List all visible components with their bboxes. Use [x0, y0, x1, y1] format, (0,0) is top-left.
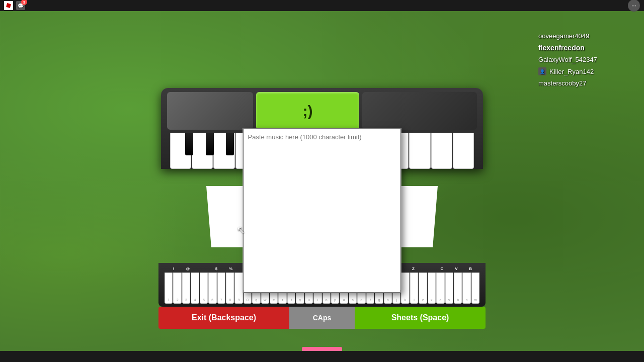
black-key-label: % — [224, 265, 237, 272]
notif-count: 3 — [21, 0, 27, 5]
top-bar: 💬 3 ··· — [0, 0, 644, 11]
bottom-white-key[interactable]: 4 — [191, 273, 199, 304]
black-key[interactable] — [226, 133, 234, 155]
white-key[interactable] — [453, 133, 474, 169]
bottom-white-key[interactable]: n — [462, 273, 470, 304]
player-crown-icon: 👤 — [538, 67, 546, 75]
bottom-white-key[interactable]: x — [428, 273, 436, 304]
white-key[interactable] — [409, 133, 430, 169]
bottom-white-key[interactable]: 7 — [217, 273, 225, 304]
player-item: masterscooby27 — [533, 77, 644, 89]
bottom-bar — [0, 351, 644, 362]
bottom-white-key[interactable]: v — [445, 273, 453, 304]
black-key-label: ! — [167, 265, 180, 272]
bottom-white-key[interactable]: k — [401, 273, 409, 304]
player-item-active: flexenfreedon — [533, 42, 644, 54]
roblox-logo — [4, 1, 13, 10]
action-buttons: Exit (Backspace) CAps Sheets (Space) — [158, 307, 486, 329]
white-key[interactable] — [431, 133, 452, 169]
bottom-white-key[interactable]: 9 — [234, 273, 243, 304]
player-name: Killer_Ryan142 — [549, 68, 594, 75]
black-key-label: @ — [181, 265, 194, 272]
player-item-icon: 👤 Killer_Ryan142 — [533, 65, 644, 77]
bottom-white-key[interactable]: m — [471, 273, 479, 304]
black-key-label: C — [435, 265, 449, 272]
bottom-white-key[interactable]: b — [454, 273, 462, 304]
sheets-button[interactable]: Sheets (Space) — [355, 307, 486, 329]
bottom-white-key[interactable]: 3 — [182, 273, 190, 304]
pink-tab — [302, 347, 342, 351]
exit-button[interactable]: Exit (Backspace) — [158, 307, 289, 329]
bottom-white-key[interactable]: z — [419, 273, 427, 304]
bottom-white-key[interactable]: 5 — [200, 273, 208, 304]
bottom-white-key[interactable]: c — [436, 273, 444, 304]
player-list: ooveegamer4049 flexenfreedon GalaxyWolf_… — [533, 30, 644, 89]
black-key-label: B — [464, 265, 477, 272]
bottom-white-key[interactable]: 6 — [208, 273, 216, 304]
player-item: GalaxyWolf_542347 — [533, 54, 644, 65]
bottom-white-key[interactable]: l — [410, 273, 418, 304]
black-key-label: $ — [209, 265, 223, 272]
piano-top-controls: ;) — [167, 92, 477, 130]
bottom-white-key[interactable]: 8 — [226, 273, 234, 304]
bottom-white-key[interactable]: 2 — [173, 273, 181, 304]
piano-left-panel — [167, 92, 253, 130]
caps-button[interactable]: CAps — [289, 307, 355, 329]
black-key[interactable] — [185, 133, 193, 155]
menu-button[interactable]: ··· — [628, 0, 640, 12]
bottom-white-key[interactable]: 1 — [165, 273, 173, 304]
black-key-label: Z — [407, 265, 420, 272]
notification-badge[interactable]: 💬 3 — [16, 1, 25, 10]
black-key-label: V — [449, 265, 463, 272]
top-bar-left: 💬 3 — [4, 1, 25, 10]
music-textarea[interactable] — [244, 129, 400, 290]
piano-display: ;) — [256, 92, 359, 130]
black-key[interactable] — [206, 133, 214, 155]
music-input-modal — [243, 128, 401, 293]
player-item: ooveegamer4049 — [533, 30, 644, 42]
piano-right-panel — [362, 92, 477, 130]
